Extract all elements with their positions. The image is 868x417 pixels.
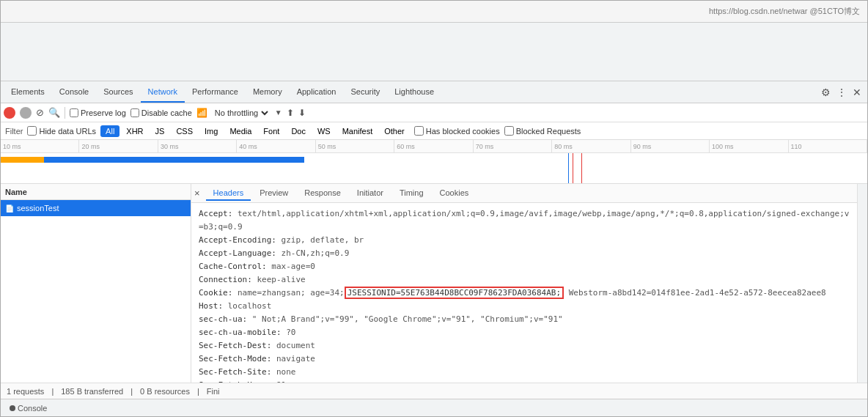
filter-btn-img[interactable]: Img xyxy=(199,125,223,137)
scrollbar[interactable] xyxy=(857,184,867,383)
tab-memory[interactable]: Memory xyxy=(246,81,290,103)
settings-icon[interactable]: ⚙ xyxy=(821,86,831,98)
filter-btn-css[interactable]: CSS xyxy=(171,125,198,137)
status-separator-2: | xyxy=(130,387,133,396)
bottom-tab-console[interactable]: Console xyxy=(5,402,51,414)
headers-content: Accept: text/html,application/xhtml+xml,… xyxy=(191,203,857,383)
timeline-marker-blue xyxy=(568,153,569,183)
blocked-requests-label: Blocked Requests xyxy=(504,126,581,136)
tick-40ms: 40 ms xyxy=(237,140,315,152)
tick-60ms: 60 ms xyxy=(394,140,473,152)
filter-btn-font[interactable]: Font xyxy=(258,125,284,137)
tab-security[interactable]: Security xyxy=(343,81,387,103)
header-sec-ch-ua: sec-ch-ua: " Not;A Brand";v="99", "Googl… xyxy=(199,313,850,326)
url-bar: https://blog.csdn.net/netwar @51CTO博文 xyxy=(1,1,867,23)
tab-sources[interactable]: Sources xyxy=(96,81,140,103)
file-icon: 📄 xyxy=(5,204,14,213)
header-sec-fetch-site: Sec-Fetch-Site: none xyxy=(199,366,850,379)
header-sec-ch-ua-mobile: sec-ch-ua-mobile: ?0 xyxy=(199,326,850,339)
tick-90ms: 90 ms xyxy=(631,140,710,152)
clear-button[interactable] xyxy=(20,107,32,119)
header-sec-fetch-dest: Sec-Fetch-Dest: document xyxy=(199,339,850,353)
export-icon[interactable]: ⬇ xyxy=(298,108,306,118)
tick-110: 110 xyxy=(789,140,867,152)
disable-cache-checkbox[interactable] xyxy=(130,108,139,117)
status-requests: 1 requests xyxy=(7,387,44,396)
filter-btn-js[interactable]: JS xyxy=(150,125,170,137)
detail-tab-response[interactable]: Response xyxy=(297,186,348,201)
preserve-log-label: Preserve log xyxy=(70,108,126,117)
filter-label: Filter xyxy=(5,127,23,136)
header-sec-fetch-mode: Sec-Fetch-Mode: navigate xyxy=(199,353,850,366)
status-separator-1: | xyxy=(51,387,54,396)
timeline-content xyxy=(1,153,867,183)
right-panel: × Headers Preview Response Initiator Tim… xyxy=(191,184,857,383)
requests-list: 📄 sessionTest xyxy=(1,200,191,383)
detail-tab-timing[interactable]: Timing xyxy=(392,186,431,201)
devtools-icons: ⚙ ⋮ ✕ xyxy=(821,86,864,98)
request-item-session-test[interactable]: 📄 sessionTest xyxy=(1,200,191,216)
timeline-bar: 10 ms 20 ms 30 ms 40 ms 50 ms 60 ms 70 m… xyxy=(1,140,867,184)
console-dot-icon xyxy=(10,405,15,411)
tab-console[interactable]: Console xyxy=(52,81,96,103)
tick-100ms: 100 ms xyxy=(710,140,788,152)
header-accept: Accept: text/html,application/xhtml+xml,… xyxy=(199,207,850,234)
filter-btn-ws[interactable]: WS xyxy=(312,125,336,137)
close-detail-button[interactable]: × xyxy=(194,188,200,199)
header-cookie: Cookie: name=zhangsan; age=34;JSESSIONID… xyxy=(199,287,850,300)
status-finish: Fini xyxy=(207,387,220,396)
filter-btn-other[interactable]: Other xyxy=(379,125,410,137)
more-icon[interactable]: ⋮ xyxy=(836,86,847,98)
filter-btn-doc[interactable]: Doc xyxy=(286,125,311,137)
chevron-down-icon[interactable]: ▼ xyxy=(275,108,282,117)
filter-btn-all[interactable]: All xyxy=(100,125,119,137)
record-button[interactable] xyxy=(4,107,15,119)
filter-btn-media[interactable]: Media xyxy=(224,125,257,137)
detail-tabs: × Headers Preview Response Initiator Tim… xyxy=(191,184,857,203)
detail-tab-initiator[interactable]: Initiator xyxy=(350,186,391,201)
timeline-marker-red-2 xyxy=(581,153,582,183)
timeline-marker-red-1 xyxy=(573,153,573,183)
search-icon[interactable]: 🔍 xyxy=(48,107,60,118)
browser-chrome: https://blog.csdn.net/netwar @51CTO博文 xyxy=(1,1,867,81)
filter-btn-xhr[interactable]: XHR xyxy=(121,125,148,137)
status-separator-3: | xyxy=(197,387,199,396)
devtools-panel: Elements Console Sources Network Perform… xyxy=(1,81,867,416)
throttle-select[interactable]: No throttling xyxy=(212,108,271,118)
header-host: Host: localhost xyxy=(199,300,850,313)
tab-lighthouse[interactable]: Lighthouse xyxy=(387,81,441,103)
status-resources: 0 B resources xyxy=(140,387,190,396)
header-cache-control: Cache-Control: max-age=0 xyxy=(199,260,850,273)
separator-1 xyxy=(65,107,65,119)
detail-tab-cookies[interactable]: Cookies xyxy=(433,186,477,201)
has-blocked-cookies-label: Has blocked cookies xyxy=(414,126,500,136)
hide-data-urls-checkbox[interactable] xyxy=(27,126,37,136)
filter-icon[interactable]: ⊘ xyxy=(36,107,44,118)
devtools-window: https://blog.csdn.net/netwar @51CTO博文 El… xyxy=(0,0,868,417)
has-blocked-cookies-checkbox[interactable] xyxy=(414,126,424,136)
tab-application[interactable]: Application xyxy=(290,81,344,103)
header-accept-encoding: Accept-Encoding: gzip, deflate, br xyxy=(199,234,850,247)
tick-80ms: 80 ms xyxy=(552,140,630,152)
filter-btn-manifest[interactable]: Manifest xyxy=(337,125,378,137)
detail-tab-preview[interactable]: Preview xyxy=(252,186,295,201)
disable-cache-label: Disable cache xyxy=(130,108,192,117)
name-column-header: Name xyxy=(5,188,27,196)
tab-elements[interactable]: Elements xyxy=(4,81,52,103)
tab-performance[interactable]: Performance xyxy=(185,81,246,103)
close-devtools-icon[interactable]: ✕ xyxy=(853,86,861,98)
blocked-requests-checkbox[interactable] xyxy=(504,126,514,136)
left-panel: Name 📄 sessionTest xyxy=(1,184,191,383)
timeline-request-bar-orange xyxy=(1,157,44,163)
header-accept-language: Accept-Language: zh-CN,zh;q=0.9 xyxy=(199,247,850,260)
preserve-log-checkbox[interactable] xyxy=(70,108,78,117)
import-icon[interactable]: ⬆ xyxy=(287,108,294,118)
tick-20ms: 20 ms xyxy=(79,140,158,152)
network-toolbar: ⊘ 🔍 Preserve log Disable cache 📶 No thro… xyxy=(1,103,867,122)
timeline-ticks: 10 ms 20 ms 30 ms 40 ms 50 ms 60 ms 70 m… xyxy=(1,140,867,153)
tab-network[interactable]: Network xyxy=(141,81,185,103)
detail-tab-headers[interactable]: Headers xyxy=(206,186,251,201)
cookie-session-id-highlight: JSESSIONID=55E763B44D8BCC09F78623FDA0368… xyxy=(345,287,564,299)
filter-bar: Filter Hide data URLs All XHR JS CSS Img… xyxy=(1,122,867,140)
hide-data-urls-label: Hide data URLs xyxy=(27,126,96,136)
